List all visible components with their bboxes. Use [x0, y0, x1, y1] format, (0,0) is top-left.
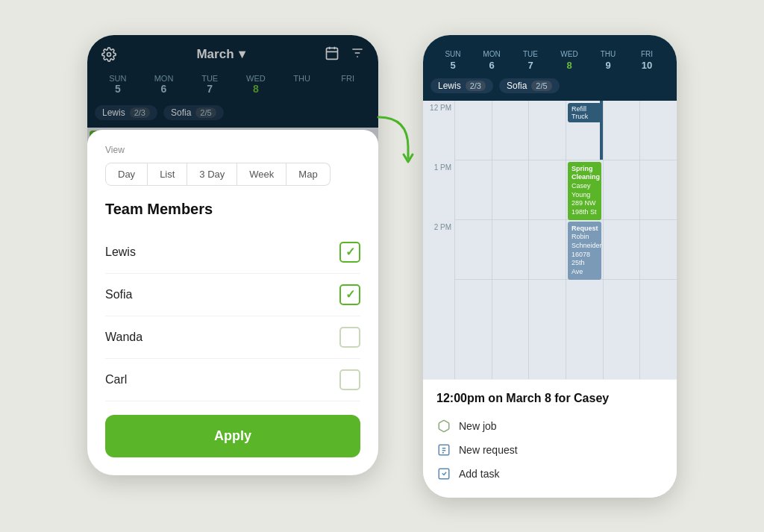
arrow-decoration	[371, 110, 416, 172]
member-row-sofia: Sofia	[105, 274, 360, 316]
tab-list[interactable]: List	[148, 163, 187, 186]
rday-name: SUN	[445, 50, 460, 58]
rgcell	[604, 101, 640, 160]
rgcell	[640, 220, 677, 280]
rgcol-wed: Refill Truck Spring Cleaning Casey Young…	[566, 101, 603, 379]
time-1pm: 1 PM	[423, 160, 454, 220]
rday-name: MON	[483, 50, 500, 58]
rday-name: TUE	[523, 50, 538, 58]
right-cal-header: SUN 5 MON 6 TUE 7 WED 8 THU 9	[423, 35, 677, 77]
bottom-title: 12:00pm on March 8 for Casey	[436, 392, 663, 405]
rgcell	[455, 160, 492, 220]
rgcell	[455, 101, 492, 160]
rmember-sofia-name: Sofia	[507, 81, 527, 91]
right-days-row: SUN 5 MON 6 TUE 7 WED 8 THU 9	[433, 46, 666, 77]
rgcell	[640, 160, 677, 220]
svg-rect-12	[439, 469, 449, 479]
new-job-icon	[436, 419, 451, 434]
left-phone: March ▾ SUN 5	[87, 35, 393, 498]
rday-num: 7	[511, 60, 550, 71]
view-section-label: View	[105, 145, 360, 155]
member-name-lewis: Lewis	[105, 245, 136, 259]
rday-name: THU	[601, 50, 616, 58]
rgcol-mon	[492, 101, 529, 379]
right-calendar-body: 12 PM 1 PM 2 PM	[423, 101, 677, 379]
action-add-task[interactable]: Add task	[436, 462, 663, 486]
rday-num-highlighted: 8	[550, 60, 589, 71]
rday-name: WED	[560, 50, 577, 58]
rgcell	[604, 220, 640, 280]
tab-week[interactable]: Week	[237, 163, 286, 186]
member-row-lewis: Lewis	[105, 231, 360, 274]
rgcell	[529, 160, 566, 220]
new-request-icon	[436, 442, 451, 457]
right-day-mon[interactable]: MON 6	[472, 50, 511, 71]
rgcell	[529, 220, 566, 280]
bottom-panel: 12:00pm on March 8 for Casey New job New…	[423, 379, 677, 498]
rgcell	[492, 160, 529, 220]
rday-num: 6	[472, 60, 511, 71]
time-2pm: 2 PM	[423, 220, 454, 280]
right-phone-shell: SUN 5 MON 6 TUE 7 WED 8 THU 9	[423, 35, 677, 498]
rgcell-request: Request Robin Schneider 16078 25th Ave	[566, 220, 603, 280]
view-tabs: Day List 3 Day Week Map	[105, 163, 360, 186]
rday-num: 10	[627, 60, 666, 71]
right-day-thu[interactable]: THU 9	[589, 50, 627, 71]
right-member-sofia[interactable]: Sofia 2/5	[499, 78, 560, 93]
right-members-row: Lewis 2/3 Sofia 2/5	[423, 77, 677, 101]
rlewis-badge: 2/3	[466, 81, 486, 91]
new-request-label: New request	[459, 444, 518, 456]
add-task-label: Add task	[459, 468, 499, 480]
right-phone: SUN 5 MON 6 TUE 7 WED 8 THU 9	[423, 35, 677, 498]
rday-num: 5	[433, 60, 472, 71]
rmember-lewis-name: Lewis	[438, 81, 461, 91]
tab-map[interactable]: Map	[286, 163, 330, 186]
right-refill-truck[interactable]: Refill Truck	[568, 103, 601, 122]
rday-num: 9	[589, 60, 627, 71]
member-name-sofia: Sofia	[105, 288, 132, 301]
left-phone-shell: March ▾ SUN 5	[87, 35, 378, 475]
time-12pm: 12 PM	[423, 101, 454, 160]
right-day-wed[interactable]: WED 8	[550, 50, 589, 71]
action-new-job[interactable]: New job	[436, 414, 663, 438]
add-task-icon	[436, 466, 451, 481]
right-spring-cleaning[interactable]: Spring Cleaning Casey Young 289 NW 198th…	[568, 162, 601, 220]
rgcell	[492, 220, 529, 280]
right-day-tue[interactable]: TUE 7	[511, 50, 550, 71]
rsofia-badge: 2/5	[531, 81, 551, 91]
rgcol-thu	[603, 101, 640, 379]
right-member-lewis[interactable]: Lewis 2/3	[430, 78, 493, 93]
time-column: 12 PM 1 PM 2 PM	[423, 101, 454, 379]
rgcol-sun	[454, 101, 492, 379]
popup-sheet: View Day List 3 Day Week Map Team Member…	[87, 130, 378, 475]
member-name-wanda: Wanda	[105, 331, 143, 344]
tab-day[interactable]: Day	[105, 163, 148, 186]
action-new-request[interactable]: New request	[436, 438, 663, 462]
member-row-wanda: Wanda	[105, 316, 360, 359]
team-members-heading: Team Members	[105, 201, 360, 218]
rgcol-tue	[528, 101, 566, 379]
member-row-carl: Carl	[105, 359, 360, 401]
rgcell	[604, 160, 640, 220]
rgcol-fri	[639, 101, 677, 379]
member-name-carl: Carl	[105, 373, 127, 387]
rday-name: FRI	[641, 50, 653, 58]
tab-3day[interactable]: 3 Day	[187, 163, 237, 186]
rgcell-spring: Spring Cleaning Casey Young 289 NW 198th…	[566, 160, 603, 220]
rgcell	[455, 220, 492, 280]
rgcell	[529, 101, 566, 160]
right-day-sun[interactable]: SUN 5	[433, 50, 472, 71]
new-job-label: New job	[459, 420, 497, 432]
checkbox-carl[interactable]	[339, 369, 360, 390]
checkbox-wanda[interactable]	[339, 327, 360, 348]
rgcell-refill: Refill Truck	[566, 101, 603, 160]
apply-button[interactable]: Apply	[105, 415, 360, 457]
checkbox-lewis[interactable]	[339, 242, 360, 263]
rgcell	[492, 101, 529, 160]
checkbox-sofia[interactable]	[339, 284, 360, 305]
right-request[interactable]: Request Robin Schneider 16078 25th Ave	[568, 222, 601, 280]
rgcell	[640, 101, 677, 160]
right-day-fri[interactable]: FRI 10	[627, 50, 666, 71]
